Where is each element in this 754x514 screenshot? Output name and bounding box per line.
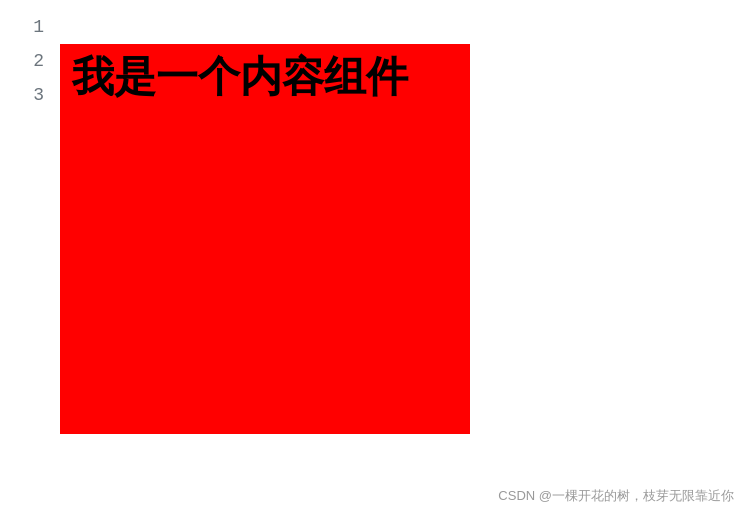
code-editor: 1 2 3 function x() { } 我是一个内容组件 [0,0,754,478]
line-number-1: 1 [16,10,44,44]
footer: CSDN @一棵开花的树，枝芽无限靠近你 [0,478,754,514]
footer-text: CSDN @一棵开花的树，枝芽无限靠近你 [498,487,734,505]
code-content: function x() { } 我是一个内容组件 [60,10,754,468]
line-numbers: 1 2 3 [0,10,60,468]
overlay-label: 我是一个内容组件 [72,52,408,102]
line-number-3: 3 [16,78,44,112]
line-number-2: 2 [16,44,44,78]
overlay-content-box: 我是一个内容组件 [60,44,470,434]
